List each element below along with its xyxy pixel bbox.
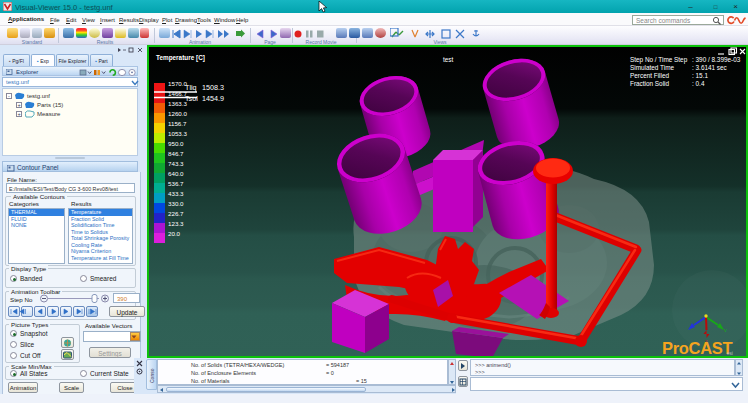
svg-text:330.0: 330.0 <box>168 200 184 207</box>
svg-text:: 0.4: : 0.4 <box>692 80 705 87</box>
svg-text:20.0: 20.0 <box>168 230 181 237</box>
svg-text:Tsol: Tsol <box>185 94 198 103</box>
svg-text:743.3: 743.3 <box>168 160 184 167</box>
svg-text:1260.0: 1260.0 <box>168 110 187 117</box>
svg-text:: 3.6141 sec: : 3.6141 sec <box>692 64 728 71</box>
svg-text:1053.3: 1053.3 <box>168 130 187 137</box>
svg-text:123.3: 123.3 <box>168 220 184 227</box>
svg-text:226.7: 226.7 <box>168 210 184 217</box>
svg-text:536.7: 536.7 <box>168 180 184 187</box>
svg-text:1508.3: 1508.3 <box>202 83 224 92</box>
svg-text:: 15.1: : 15.1 <box>692 72 708 79</box>
svg-text:1156.7: 1156.7 <box>168 120 187 127</box>
svg-text:: 390 / 8.399e-03: : 390 / 8.399e-03 <box>692 56 741 63</box>
svg-text:640.0: 640.0 <box>168 170 184 177</box>
svg-text:ProCAST: ProCAST <box>662 339 733 356</box>
svg-text:1454.9: 1454.9 <box>202 94 224 103</box>
svg-text:950.0: 950.0 <box>168 140 184 147</box>
svg-text:v: v <box>724 327 727 333</box>
svg-text:Simulated Time: Simulated Time <box>630 64 674 71</box>
svg-text:846.7: 846.7 <box>168 150 184 157</box>
svg-text:Fraction Solid: Fraction Solid <box>630 80 670 87</box>
svg-text:test: test <box>443 56 454 63</box>
svg-text:433.3: 433.3 <box>168 190 184 197</box>
svg-text:Tliq: Tliq <box>185 83 197 92</box>
svg-text:esi: esi <box>727 351 733 356</box>
svg-text:Percent Filled: Percent Filled <box>630 72 670 79</box>
svg-text:Temperature [C]: Temperature [C] <box>156 54 205 62</box>
svg-text:Step No / Time Step: Step No / Time Step <box>630 56 688 64</box>
